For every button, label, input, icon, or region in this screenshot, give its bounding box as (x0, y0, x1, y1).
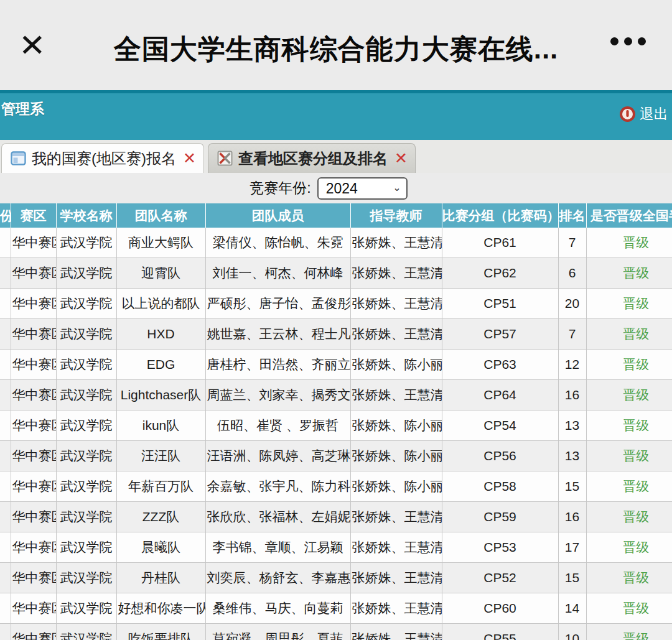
cell-members: 桑维伟、马庆、向蔓莉 (205, 593, 350, 624)
cell-team: HXD (116, 319, 205, 350)
cell-teachers: 张娇姝、王慧清 (350, 228, 442, 258)
cell-year (0, 502, 11, 532)
cell-rank: 15 (558, 563, 586, 593)
tab-close-icon[interactable]: ✕ (183, 151, 196, 166)
cell-team: 好想和你凑一队 (116, 593, 205, 624)
cell-team: 丹桂队 (116, 563, 205, 593)
cell-teachers: 张娇姝、王慧清 (350, 289, 442, 319)
cell-members: 严硕彤、唐子怡、孟俊彤 (205, 289, 350, 319)
cell-zone: 华中赛区 (11, 380, 56, 410)
header-zone: 赛区 (11, 203, 56, 228)
year-filter-label: 竞赛年份: (250, 179, 310, 198)
table-row: 华中赛区武汉学院ZZZ队张欣欣、张福林、左娟妮张娇姝、王慧清CP5916晋级 (0, 502, 672, 532)
cell-year (0, 380, 11, 410)
cell-year (0, 258, 11, 289)
cell-rank: 12 (558, 350, 586, 380)
cell-school: 武汉学院 (56, 532, 116, 563)
cell-zone: 华中赛区 (11, 593, 56, 624)
cell-teachers: 张娇姝、王慧清 (350, 502, 442, 532)
cell-members: 周蓝兰、刘家幸、揭秀文 (205, 380, 350, 410)
table-header-row: 份赛区学校名称团队名称团队成员指导教师比赛分组（比赛码）排名是否晋级全国半 (0, 203, 672, 228)
table-row: 华中赛区武汉学院商业大鳄队梁倩仪、陈怡帆、朱霓张娇姝、王慧清CP617晋级 (0, 228, 672, 258)
cell-team: 汪汪队 (116, 441, 205, 471)
cell-team: 以上说的都队 (116, 289, 205, 319)
cell-group: CP57 (442, 319, 558, 350)
header-rank: 排名 (558, 203, 586, 228)
cell-zone: 华中赛区 (11, 441, 56, 471)
page-title: 全国大学生商科综合能力大赛在线... (87, 31, 585, 68)
cell-members: 张欣欣、张福林、左娟妮 (205, 502, 350, 532)
cell-year (0, 624, 11, 640)
cell-group: CP61 (442, 228, 558, 258)
cell-year (0, 532, 11, 563)
cell-team: 年薪百万队 (116, 471, 205, 502)
cell-promotion: 晋级 (586, 380, 672, 410)
cell-year (0, 563, 11, 593)
cell-promotion: 晋级 (586, 563, 672, 593)
cell-school: 武汉学院 (56, 502, 116, 532)
table-row: 华中赛区武汉学院汪汪队汪语洲、陈凤婷、高芝琳张娇姝、陈小丽CP5613晋级 (0, 441, 672, 471)
cell-teachers: 张娇姝、王慧清 (350, 532, 442, 563)
cell-group: CP59 (442, 502, 558, 532)
cell-school: 武汉学院 (56, 563, 116, 593)
cell-team: 晨曦队 (116, 532, 205, 563)
header-members: 团队成员 (205, 203, 350, 228)
cell-members: 梁倩仪、陈怡帆、朱霓 (205, 228, 350, 258)
cell-promotion: 晋级 (586, 624, 672, 640)
cell-rank: 20 (558, 289, 586, 319)
tab-my-registration[interactable]: 我的国赛(地区赛)报名 ✕ (1, 143, 204, 173)
header-group: 比赛分组（比赛码） (442, 203, 558, 228)
cell-school: 武汉学院 (56, 289, 116, 319)
filter-row: 竞赛年份: 2024 ⌄ (0, 173, 665, 203)
cell-rank: 14 (558, 593, 586, 624)
cell-group: CP53 (442, 532, 558, 563)
cell-team: ikun队 (116, 410, 205, 441)
titlebar: ✕ 全国大学生商科综合能力大赛在线... (0, 0, 672, 90)
more-menu-icon[interactable] (610, 37, 646, 45)
cell-teachers: 张娇姝、王慧清 (350, 258, 442, 289)
cell-members: 刘奕辰、杨舒玄、李嘉惠 (205, 563, 350, 593)
cell-zone: 华中赛区 (11, 471, 56, 502)
header-year: 份 (0, 203, 11, 228)
cell-promotion: 晋级 (586, 258, 672, 289)
cell-members: 余嘉敏、张宇凡、陈力科 (205, 471, 350, 502)
grid-icon (217, 151, 233, 166)
cell-zone: 华中赛区 (11, 258, 56, 289)
cell-promotion: 晋级 (586, 532, 672, 563)
cell-rank: 7 (558, 319, 586, 350)
logout-label: 退出 (640, 104, 668, 124)
cell-rank: 6 (558, 258, 586, 289)
cell-year (0, 289, 11, 319)
cell-teachers: 张娇姝、王慧清 (350, 380, 442, 410)
cell-members: 伍昭、崔贤 、罗振哲 (205, 410, 350, 441)
cell-school: 武汉学院 (56, 410, 116, 441)
cell-promotion: 晋级 (586, 350, 672, 380)
tab-close-icon[interactable]: ✕ (394, 151, 408, 166)
cell-year (0, 441, 11, 471)
cell-rank: 7 (558, 228, 586, 258)
cell-zone: 华中赛区 (11, 502, 56, 532)
close-icon[interactable]: ✕ (19, 30, 62, 60)
cell-promotion: 晋级 (586, 289, 672, 319)
cell-team: ZZZ队 (116, 502, 205, 532)
cell-promotion: 晋级 (586, 410, 672, 441)
header-promotion: 是否晋级全国半 (586, 203, 672, 228)
cell-rank: 16 (558, 380, 586, 410)
cell-promotion: 晋级 (586, 502, 672, 532)
cell-teachers: 张娇姝、陈小丽 (350, 350, 442, 380)
tab-view-grouping-ranking[interactable]: 查看地区赛分组及排名 ✕ (208, 143, 416, 173)
cell-group: CP52 (442, 563, 558, 593)
cell-teachers: 张娇姝、王慧清 (350, 624, 442, 640)
logout-button[interactable]: 退出 (619, 104, 668, 124)
year-select[interactable]: 2024 (317, 177, 408, 200)
cell-group: CP60 (442, 593, 558, 624)
table-row: 华中赛区武汉学院年薪百万队余嘉敏、张宇凡、陈力科张娇姝、陈小丽CP5815晋级 (0, 471, 672, 502)
cell-group: CP63 (442, 350, 558, 380)
cell-promotion: 晋级 (586, 319, 672, 350)
cell-school: 武汉学院 (56, 624, 116, 640)
cell-school: 武汉学院 (56, 319, 116, 350)
cell-group: CP54 (442, 410, 558, 441)
tab-bar: 我的国赛(地区赛)报名 ✕ 查看地区赛分组及排名 ✕ (0, 140, 672, 173)
cell-year (0, 228, 11, 258)
cell-school: 武汉学院 (56, 593, 116, 624)
